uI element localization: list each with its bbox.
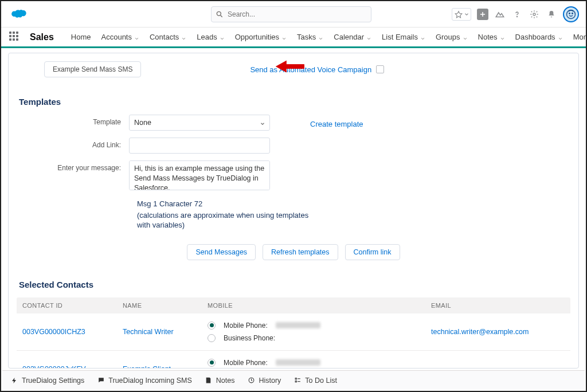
nav-bar: Sales Home Accounts Contacts Leads Oppor… bbox=[1, 28, 586, 48]
template-row: Template None Create template bbox=[17, 115, 570, 131]
contact-name-link[interactable]: Example Client bbox=[123, 365, 208, 369]
chevron-down-icon bbox=[500, 34, 505, 40]
nav-contacts[interactable]: Contacts bbox=[150, 33, 186, 41]
mobile-phone-radio[interactable] bbox=[208, 359, 216, 367]
business-phone-radio[interactable] bbox=[208, 334, 216, 342]
svg-rect-13 bbox=[295, 381, 296, 382]
contact-id-link[interactable]: 003VG00000ICHZ3 bbox=[22, 328, 123, 336]
util-truedialog-settings[interactable]: TrueDialog Settings bbox=[10, 377, 84, 385]
templates-title: Templates bbox=[19, 97, 570, 107]
favorites-button[interactable] bbox=[452, 8, 471, 21]
contact-id-link[interactable]: 003VG00000JyKFV bbox=[22, 365, 123, 369]
util-truedialog-incoming[interactable]: TrueDialog Incoming SMS bbox=[97, 377, 191, 385]
contact-email-link[interactable]: technical.writer@example.com bbox=[431, 328, 565, 336]
chevron-down-icon bbox=[281, 34, 287, 40]
nav-list-emails[interactable]: List Emails bbox=[382, 33, 425, 41]
phone-cell: Mobile Phone: Business Phone: bbox=[208, 319, 431, 344]
mobile-phone-radio[interactable] bbox=[208, 322, 216, 330]
refresh-templates-button[interactable]: Refresh templates bbox=[263, 244, 338, 260]
util-history[interactable]: History bbox=[247, 377, 281, 385]
nav-opportunities[interactable]: Opportunities bbox=[235, 33, 287, 41]
chevron-down-icon bbox=[134, 34, 139, 40]
global-header bbox=[1, 1, 586, 28]
chevron-down-icon bbox=[558, 34, 563, 40]
add-icon[interactable] bbox=[477, 9, 488, 20]
app-name: Sales bbox=[30, 32, 54, 42]
global-search bbox=[211, 6, 371, 22]
create-template-link[interactable]: Create template bbox=[310, 117, 363, 128]
app-launcher-icon[interactable] bbox=[9, 32, 18, 43]
template-select[interactable]: None bbox=[129, 115, 270, 131]
bolt-icon bbox=[10, 377, 18, 385]
svg-point-8 bbox=[569, 13, 570, 14]
voice-campaign-label: Send as Automated Voice Campaign bbox=[250, 65, 371, 74]
confirm-link-button[interactable]: Confirm link bbox=[345, 244, 400, 260]
mobile-phone-label: Mobile Phone: bbox=[224, 359, 268, 367]
util-notes[interactable]: Notes bbox=[205, 377, 235, 385]
arrow-annotation-icon bbox=[275, 59, 304, 74]
voice-campaign-checkbox[interactable] bbox=[376, 65, 384, 73]
nav-items: Home Accounts Contacts Leads Opportuniti… bbox=[71, 33, 587, 41]
chevron-down-icon bbox=[366, 34, 371, 40]
char-counter: Msg 1 Character 72 bbox=[137, 199, 309, 209]
nav-more[interactable]: More bbox=[573, 33, 587, 41]
message-textarea[interactable] bbox=[129, 160, 270, 190]
nav-notes[interactable]: Notes bbox=[478, 33, 505, 41]
card-top-row: Example Send Mass SMS Send as Automated … bbox=[17, 61, 570, 77]
calc-note: (calculations are approximate when using… bbox=[137, 210, 309, 230]
svg-point-5 bbox=[516, 16, 517, 17]
checklist-icon bbox=[294, 377, 302, 385]
chevron-down-icon bbox=[220, 34, 225, 40]
search-icon bbox=[216, 10, 224, 18]
trailhead-icon[interactable] bbox=[494, 9, 506, 20]
svg-point-7 bbox=[567, 10, 576, 18]
svg-line-1 bbox=[221, 15, 222, 17]
svg-marker-2 bbox=[455, 11, 462, 17]
note-icon bbox=[205, 377, 213, 385]
nav-accounts[interactable]: Accounts bbox=[101, 33, 139, 41]
phone-cell: Mobile Phone: Business Phone: bbox=[208, 356, 431, 369]
gear-icon[interactable] bbox=[529, 9, 540, 20]
nav-groups[interactable]: Groups bbox=[436, 33, 468, 41]
table-row: 003VG00000ICHZ3 Technical Writer Mobile … bbox=[17, 313, 570, 351]
message-row: Enter your message: bbox=[17, 160, 570, 192]
help-icon[interactable] bbox=[511, 9, 523, 20]
contacts-table: CONTACT ID NAME MOBILE EMAIL 003VG00000I… bbox=[17, 297, 570, 369]
redacted-phone bbox=[276, 322, 320, 328]
util-todo[interactable]: To Do List bbox=[294, 377, 337, 385]
svg-point-0 bbox=[217, 11, 221, 15]
nav-tasks[interactable]: Tasks bbox=[297, 33, 323, 41]
col-id: CONTACT ID bbox=[22, 302, 123, 309]
col-name: NAME bbox=[123, 302, 208, 309]
chevron-down-icon bbox=[464, 9, 469, 19]
svg-rect-11 bbox=[295, 378, 296, 379]
chevron-down-icon bbox=[463, 34, 468, 40]
star-icon bbox=[453, 9, 464, 19]
nav-calendar[interactable]: Calendar bbox=[334, 33, 371, 41]
example-send-mass-sms-button[interactable]: Example Send Mass SMS bbox=[44, 61, 141, 77]
action-buttons: Send Messages Refresh templates Confirm … bbox=[17, 244, 570, 260]
add-link-label: Add Link: bbox=[17, 138, 129, 149]
chat-icon bbox=[97, 377, 105, 385]
nav-home[interactable]: Home bbox=[71, 33, 91, 41]
nav-leads[interactable]: Leads bbox=[197, 33, 224, 41]
main-content: Example Send Mass SMS Send as Automated … bbox=[1, 48, 586, 369]
bell-icon[interactable] bbox=[546, 9, 557, 20]
add-link-row: Add Link: bbox=[17, 138, 570, 154]
chevron-down-icon bbox=[318, 34, 323, 40]
contacts-title: Selected Contacts bbox=[19, 280, 570, 289]
nav-dashboards[interactable]: Dashboards bbox=[515, 33, 563, 41]
voice-campaign-toggle[interactable]: Send as Automated Voice Campaign bbox=[250, 65, 384, 74]
mass-sms-card: Example Send Mass SMS Send as Automated … bbox=[8, 53, 579, 369]
history-icon bbox=[247, 377, 255, 385]
header-actions bbox=[452, 6, 579, 22]
add-link-input[interactable] bbox=[129, 138, 270, 154]
message-label: Enter your message: bbox=[17, 160, 129, 172]
svg-point-9 bbox=[572, 13, 573, 14]
search-input[interactable] bbox=[211, 6, 371, 22]
avatar[interactable] bbox=[563, 6, 579, 22]
send-messages-button[interactable]: Send Messages bbox=[187, 244, 256, 260]
contact-name-link[interactable]: Technical Writer bbox=[123, 328, 208, 336]
mobile-phone-label: Mobile Phone: bbox=[224, 322, 268, 330]
salesforce-logo bbox=[8, 7, 28, 21]
